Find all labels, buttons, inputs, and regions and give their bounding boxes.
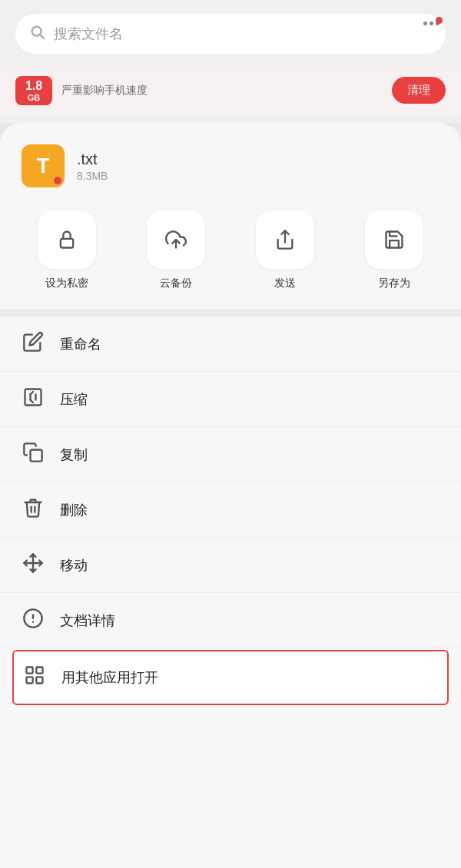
send-icon-btn	[256, 210, 314, 269]
open-with-icon	[23, 664, 46, 691]
svg-line-7	[31, 392, 34, 395]
svg-line-8	[31, 399, 34, 403]
svg-rect-16	[27, 668, 33, 674]
rename-label: 重命名	[60, 335, 101, 353]
rename-icon	[22, 331, 45, 357]
clean-button[interactable]: 清理	[392, 77, 446, 104]
quick-action-private[interactable]: 设为私密	[38, 210, 96, 290]
move-icon	[22, 552, 45, 578]
svg-rect-17	[36, 668, 42, 674]
send-label: 发送	[274, 277, 296, 290]
private-icon-btn	[38, 210, 96, 269]
svg-rect-2	[61, 239, 73, 248]
move-label: 移动	[60, 556, 88, 575]
storage-value: 1.8	[22, 79, 46, 93]
cloud-label: 云备份	[160, 277, 192, 290]
menu-item-move[interactable]: 移动	[0, 538, 461, 593]
menu-item-copy[interactable]: 复制	[0, 427, 461, 482]
notification-dot	[436, 17, 443, 24]
file-info: .txt 8.3MB	[77, 151, 439, 182]
menu-item-compress[interactable]: 压缩	[0, 372, 461, 427]
private-label: 设为私密	[45, 277, 88, 290]
compress-icon	[22, 386, 45, 412]
more-button[interactable]	[423, 22, 439, 25]
svg-rect-18	[27, 677, 33, 683]
menu-item-rename[interactable]: 重命名	[0, 316, 461, 372]
menu-item-delete[interactable]: 删除	[0, 482, 461, 538]
delete-icon	[22, 497, 45, 523]
svg-rect-10	[31, 449, 42, 461]
dot2	[429, 22, 433, 25]
cloud-icon-btn	[147, 210, 205, 269]
open-with-label: 用其他应用打开	[61, 668, 158, 687]
search-placeholder: 搜索文件名	[54, 25, 432, 43]
delete-label: 删除	[60, 501, 88, 519]
quick-action-send[interactable]: 发送	[256, 210, 314, 290]
copy-label: 复制	[60, 446, 88, 464]
search-bar[interactable]: 搜索文件名	[15, 14, 446, 54]
storage-badge: 1.8 GB	[15, 76, 52, 105]
file-icon-letter: T	[36, 154, 49, 178]
menu-list: 重命名 压缩 复制	[0, 316, 461, 705]
file-name: .txt	[77, 151, 439, 168]
detail-icon	[22, 608, 45, 634]
file-icon-dot	[54, 177, 61, 184]
menu-item-detail[interactable]: 文档详情	[0, 593, 461, 648]
file-size: 8.3MB	[77, 170, 439, 182]
dot1	[423, 22, 427, 25]
file-icon: T	[22, 144, 65, 187]
storage-unit: GB	[22, 93, 46, 102]
file-header: T .txt 8.3MB	[0, 123, 461, 203]
saveas-label: 另存为	[378, 277, 410, 290]
svg-line-1	[40, 35, 44, 38]
search-icon	[29, 24, 46, 45]
copy-icon	[22, 442, 45, 468]
quick-actions: 设为私密 云备份 发送	[0, 203, 461, 309]
quick-action-cloud[interactable]: 云备份	[147, 210, 205, 290]
bottom-sheet: T .txt 8.3MB 设为私密	[0, 123, 461, 868]
compress-label: 压缩	[60, 390, 88, 409]
svg-rect-19	[36, 677, 42, 683]
quick-action-saveas[interactable]: 另存为	[365, 210, 423, 290]
storage-warning-bar: 1.8 GB 严重影响手机速度 清理	[0, 65, 461, 115]
storage-warning-text: 严重影响手机速度	[61, 84, 383, 98]
divider	[0, 309, 461, 316]
detail-label: 文档详情	[60, 611, 115, 630]
saveas-icon-btn	[365, 210, 423, 269]
menu-item-open-with[interactable]: 用其他应用打开	[12, 650, 449, 705]
